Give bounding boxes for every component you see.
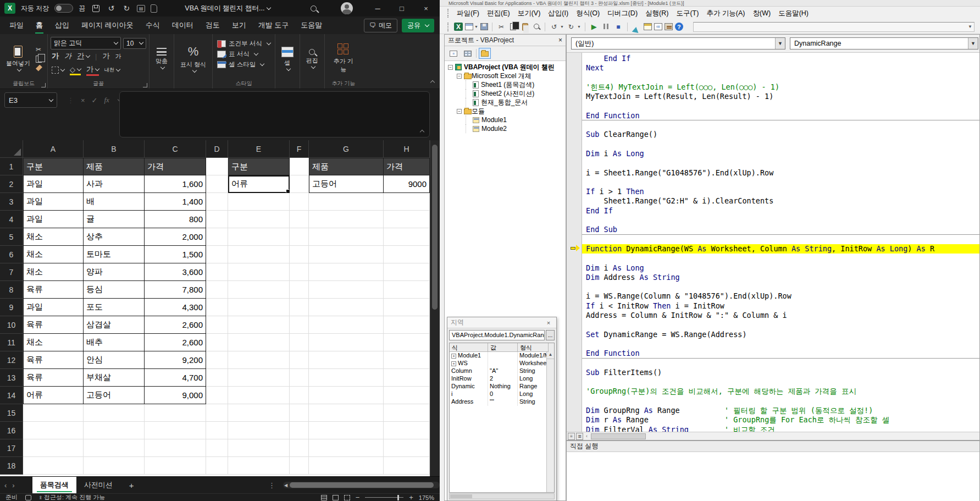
cell-H1[interactable]: 가격 <box>384 158 430 175</box>
cell-B14[interactable]: 고등어 <box>84 387 145 404</box>
search-icon[interactable] <box>309 3 319 13</box>
underline-button[interactable]: 간 <box>77 51 90 61</box>
cell-D5[interactable] <box>206 228 228 246</box>
column-header-F[interactable]: F <box>290 140 309 158</box>
column-header-H[interactable]: H <box>384 140 430 158</box>
cell-H12[interactable] <box>384 351 430 369</box>
cell-A12[interactable]: 육류 <box>23 351 84 369</box>
cell-H11[interactable] <box>384 334 430 351</box>
cell-G10[interactable] <box>309 316 384 334</box>
cell-F3[interactable] <box>290 193 309 211</box>
vba-menu-도움말(H)[interactable]: 도움말(H) <box>774 7 812 20</box>
shrink-font-button[interactable]: 가 <box>115 52 121 60</box>
tabbar-dots-icon[interactable]: ⋮ <box>268 481 275 489</box>
cell-D11[interactable] <box>206 334 228 351</box>
cell-D17[interactable] <box>206 439 228 457</box>
cell-H14[interactable] <box>384 387 430 404</box>
view-object-button[interactable] <box>462 48 474 59</box>
locals-column-식[interactable]: 식 <box>450 343 488 352</box>
design-mode-icon[interactable] <box>632 22 641 31</box>
locals-row-Column[interactable]: Column"A"String <box>450 367 554 375</box>
excel-icon[interactable]: X <box>454 23 463 31</box>
tree-item-Sheet2 (사전미션)[interactable]: Sheet2 (사전미션) <box>445 89 566 98</box>
vba-menu-삽입(I)[interactable]: 삽입(I) <box>544 7 572 20</box>
cell-B1[interactable]: 제품 <box>84 158 145 175</box>
cell-A8[interactable]: 육류 <box>23 281 84 299</box>
cell-A17[interactable] <box>23 439 84 457</box>
cell-B16[interactable] <box>84 422 145 439</box>
cell-C18[interactable] <box>145 457 206 475</box>
formula-cancel-icon[interactable]: × <box>81 96 85 104</box>
cell-F7[interactable] <box>290 263 309 281</box>
redo-dropdown-chevron[interactable]: ▼ <box>577 25 581 29</box>
cell-E10[interactable] <box>228 316 290 334</box>
object-dropdown[interactable]: (일반)▼ <box>571 37 785 49</box>
cell-C16[interactable] <box>145 422 206 439</box>
cell-A1[interactable]: 구분 <box>23 158 84 175</box>
cell-A7[interactable]: 채소 <box>23 263 84 281</box>
cell-H17[interactable] <box>384 439 430 457</box>
cell-A11[interactable]: 채소 <box>23 334 84 351</box>
grid-horizontal-scrollbar[interactable]: ◀ <box>283 482 440 488</box>
cell-A10[interactable]: 육류 <box>23 316 84 334</box>
cell-F15[interactable] <box>290 404 309 422</box>
row-header-5[interactable]: 5 <box>0 228 23 246</box>
cell-B18[interactable] <box>84 457 145 475</box>
row-header-11[interactable]: 11 <box>0 334 23 351</box>
memo-button[interactable]: 🗨메모 <box>364 19 397 32</box>
font-size-select[interactable]: 10 <box>123 38 146 49</box>
cell-F16[interactable] <box>290 422 309 439</box>
zoom-in-button[interactable]: + <box>409 493 413 501</box>
normal-view-icon[interactable] <box>321 495 327 500</box>
cell-H13[interactable] <box>384 369 430 387</box>
formula-enter-icon[interactable]: ✓ <box>92 96 98 104</box>
cell-C6[interactable]: 1,500 <box>145 246 206 263</box>
cell-E2[interactable]: 어류 <box>228 175 290 193</box>
add-sheet-button[interactable]: + <box>120 481 143 490</box>
cell-C13[interactable]: 4,700 <box>145 369 206 387</box>
code-line-40[interactable]: Dim FilterVal As String ' 비교할 조건 <box>582 425 979 432</box>
cell-A9[interactable]: 과일 <box>23 299 84 316</box>
stop-icon[interactable]: ■ <box>613 22 623 31</box>
tree-item-Microsoft Excel 개체[interactable]: −Microsoft Excel 개체 <box>445 71 566 80</box>
cell-E3[interactable] <box>228 193 290 211</box>
help-icon[interactable]: ? <box>675 23 683 31</box>
cell-E7[interactable] <box>228 263 290 281</box>
cell-D6[interactable] <box>206 246 228 263</box>
tree-item-Module1[interactable]: Module1 <box>445 115 566 124</box>
cell-H7[interactable] <box>384 263 430 281</box>
cell-B12[interactable]: 안심 <box>84 351 145 369</box>
properties-icon[interactable]: ≔ <box>654 23 662 30</box>
tree-item-모듈[interactable]: −모듈 <box>445 107 566 115</box>
vba-menu-창(W)[interactable]: 창(W) <box>749 7 775 20</box>
code-line-33[interactable] <box>582 359 979 368</box>
code-line-10[interactable] <box>582 140 979 149</box>
cell-E14[interactable] <box>228 387 290 404</box>
font-dialog-launcher[interactable] <box>143 83 147 87</box>
cell-G12[interactable] <box>309 351 384 369</box>
undo-icon[interactable]: ↺ <box>549 22 559 31</box>
ribbon-tab-홈[interactable]: 홈 <box>30 17 49 34</box>
row-header-9[interactable]: 9 <box>0 299 23 316</box>
accessibility-status[interactable]: 🯅접근성: 계속 진행 가능 <box>39 493 105 501</box>
insert-form-icon[interactable] <box>465 23 473 30</box>
cell-E5[interactable] <box>228 228 290 246</box>
column-header-C[interactable]: C <box>145 140 206 158</box>
cell-D12[interactable] <box>206 351 228 369</box>
cell-F5[interactable] <box>290 228 309 246</box>
cell-H4[interactable] <box>384 211 430 228</box>
cell-E18[interactable] <box>228 457 290 475</box>
cell-E17[interactable] <box>228 439 290 457</box>
tree-expand-box[interactable]: − <box>448 65 453 70</box>
code-line-2[interactable]: Next <box>582 63 979 73</box>
document-title[interactable]: VBA 원데이 챌린지 챕터... <box>185 4 270 13</box>
tree-expand-box[interactable]: − <box>457 74 462 79</box>
split-view-button-1[interactable]: ≡ <box>568 433 575 440</box>
row-header-4[interactable]: 4 <box>0 211 23 228</box>
code-line-17[interactable]: End If <box>582 206 979 216</box>
locals-row-Address[interactable]: Address""String <box>450 398 554 406</box>
code-line-3[interactable] <box>582 73 979 82</box>
addins-button[interactable]: 추가 기능 <box>328 42 359 75</box>
cell-B2[interactable]: 사과 <box>84 175 145 193</box>
code-line-7[interactable]: End Function <box>582 111 979 120</box>
